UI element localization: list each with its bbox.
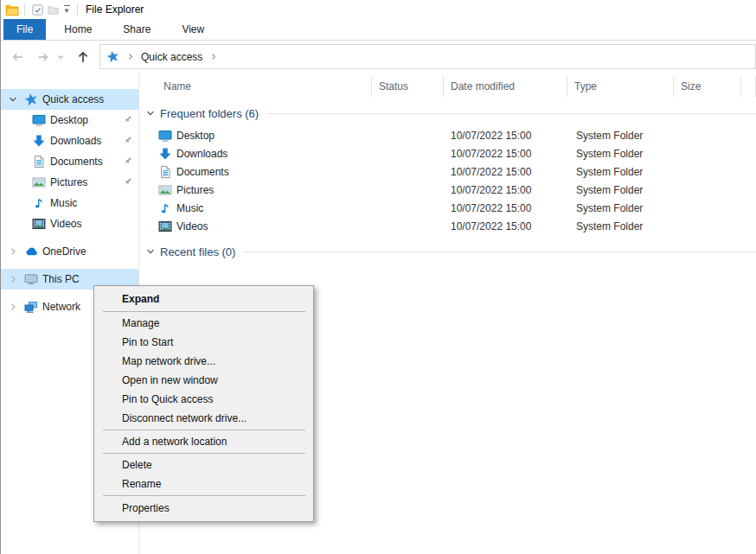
quick-access-star-icon [24,92,38,106]
file-date-modified: 10/07/2022 15:00 [444,130,567,142]
documents-icon [158,165,172,179]
menu-item-pin-to-start[interactable]: Pin to Start [94,333,313,352]
menu-item-expand[interactable]: Expand [94,289,313,309]
column-header-status[interactable]: Status [372,76,444,97]
quick-access-star-icon [106,50,119,63]
column-header-date-modified[interactable]: Date modified [444,76,567,97]
file-row-videos[interactable]: Videos 10/07/2022 15:00 System Folder [139,217,756,235]
pin-icon [121,135,133,147]
sidebar-item-label: Pictures [50,176,87,188]
customize-toolbar-dropdown-icon[interactable]: ▾ [61,5,73,14]
menu-separator [103,453,305,454]
group-header-frequent-folders[interactable]: Frequent folders (6) [145,105,756,122]
new-folder-icon[interactable] [45,2,61,17]
file-type: System Folder [567,220,674,232]
sidebar-item-desktop[interactable]: Desktop [1,110,138,131]
file-row-pictures[interactable]: Pictures 10/07/2022 15:00 System Folder [139,181,756,199]
sidebar-item-onedrive[interactable]: OneDrive [1,241,138,262]
sidebar-item-pictures[interactable]: Pictures [1,172,138,193]
sidebar-item-label: Desktop [50,114,88,126]
group-header-recent-files[interactable]: Recent files (0) [145,243,756,260]
this-pc-icon [24,272,38,286]
file-date-modified: 10/07/2022 15:00 [444,220,567,232]
menu-item-pin-to-quick-access[interactable]: Pin to Quick access [94,390,313,409]
menu-item-open-in-new-window[interactable]: Open in new window [94,371,313,390]
pictures-icon [32,175,46,189]
menu-separator [103,311,305,312]
column-header-type[interactable]: Type [567,76,674,97]
menu-separator [103,495,305,496]
chevron-right-icon[interactable] [8,302,18,312]
context-menu: Expand Manage Pin to Start Map network d… [93,285,314,522]
file-type: System Folder [567,130,674,142]
sidebar-item-label: Downloads [50,135,101,147]
menu-item-add-a-network-location[interactable]: Add a network location [94,432,313,451]
menu-item-disconnect-network-drive[interactable]: Disconnect network drive... [94,409,313,428]
menu-item-delete[interactable]: Delete [94,455,313,474]
chevron-down-icon[interactable] [145,108,156,118]
group-rule [267,113,756,114]
chevron-right-icon[interactable] [8,274,18,284]
forward-arrow-icon[interactable] [35,49,51,65]
address-bar[interactable]: Quick access [99,44,756,69]
breadcrumb[interactable]: Quick access [141,51,202,63]
column-header-size[interactable]: Size [674,76,741,97]
file-type: System Folder [567,166,674,178]
sidebar-item-downloads[interactable]: Downloads [1,131,138,151]
chevron-down-icon[interactable] [145,246,156,257]
menu-item-map-network-drive[interactable]: Map network drive... [94,352,313,371]
menu-item-rename[interactable]: Rename [94,474,313,494]
file-name: Pictures [176,184,214,196]
tab-home[interactable]: Home [51,19,105,40]
tab-share[interactable]: Share [110,19,163,40]
pin-icon [121,176,133,188]
file-date-modified: 10/07/2022 15:00 [444,202,567,214]
sidebar-item-label: OneDrive [42,245,86,258]
menu-item-manage[interactable]: Manage [94,314,313,333]
sidebar-item-music[interactable]: Music [1,193,138,213]
menu-separator [103,430,305,430]
menu-item-properties[interactable]: Properties [94,498,313,519]
group-label: Recent files (0) [160,245,235,258]
pictures-icon [158,183,172,197]
up-arrow-icon[interactable] [75,49,91,65]
documents-icon [32,155,46,169]
file-row-documents[interactable]: Documents 10/07/2022 15:00 System Folder [139,162,756,181]
recent-locations-dropdown-icon[interactable] [54,51,67,63]
videos-icon [32,217,46,231]
file-name: Downloads [176,148,227,160]
tab-file[interactable]: File [3,19,46,40]
file-explorer-logo-icon[interactable] [4,2,20,17]
divider [24,3,25,16]
file-date-modified: 10/07/2022 15:00 [444,184,567,196]
title-bar: ▾ File Explorer [1,0,756,19]
sidebar-item-label: This PC [42,273,80,285]
file-row-downloads[interactable]: Downloads 10/07/2022 15:00 System Folder [139,144,756,162]
tab-view[interactable]: View [169,19,217,40]
file-row-music[interactable]: Music 10/07/2022 15:00 System Folder [139,199,756,217]
videos-icon [158,220,172,233]
sidebar-item-videos[interactable]: Videos [1,213,138,234]
sidebar-item-label: Quick access [42,93,104,105]
downloads-icon [32,134,46,148]
properties-check-icon[interactable] [29,2,45,17]
sidebar-item-quick-access[interactable]: Quick access [1,89,138,110]
file-name: Documents [176,166,229,178]
pin-icon [121,114,133,126]
sidebar-item-label: Music [50,197,77,209]
pin-icon [121,156,133,168]
group-rule [244,252,756,252]
sidebar-item-documents[interactable]: Documents [1,151,138,172]
desktop-icon [158,129,172,143]
sidebar-item-label: Documents [50,156,103,168]
file-name: Music [176,202,203,214]
file-type: System Folder [567,202,674,214]
window-title: File Explorer [86,3,144,16]
file-date-modified: 10/07/2022 15:00 [444,166,567,178]
column-header-name[interactable]: Name [139,76,372,97]
back-arrow-icon[interactable] [10,49,25,65]
downloads-icon [158,147,172,161]
chevron-down-icon[interactable] [8,94,18,105]
chevron-right-icon[interactable] [8,246,18,257]
file-row-desktop[interactable]: Desktop 10/07/2022 15:00 System Folder [139,126,756,144]
